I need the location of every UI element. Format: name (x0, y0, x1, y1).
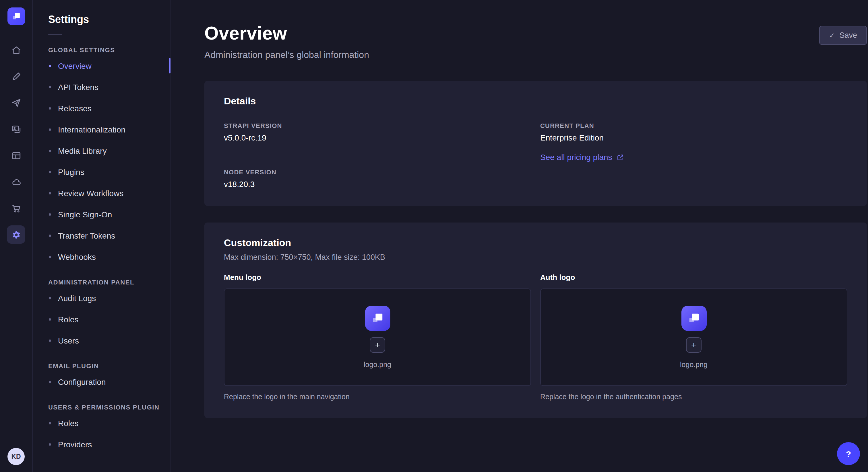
subnav-item-label: Webhooks (58, 252, 96, 261)
subnav-item-media-library[interactable]: Media Library (33, 140, 170, 161)
customization-card: Customization Max dimension: 750×750, Ma… (205, 223, 867, 418)
subnav-item-up-providers[interactable]: Providers (33, 434, 170, 455)
page-subtitle: Administration panel’s global informatio… (205, 50, 369, 60)
subnav-section-heading: ADMINISTRATION PANEL (33, 279, 170, 285)
subnav-item-releases[interactable]: Releases (33, 98, 170, 119)
pricing-plans-link[interactable]: See all pricing plans (540, 153, 624, 162)
bullet-icon (49, 65, 51, 67)
cart-icon (11, 203, 21, 213)
field-node-version: NODE VERSION v18.20.3 (224, 169, 531, 189)
bullet-icon (49, 128, 51, 131)
bullet-icon (49, 318, 51, 320)
subnav-item-webhooks[interactable]: Webhooks (33, 246, 170, 267)
section-global-settings: GLOBAL SETTINGS Overview API Tokens Rele… (33, 46, 170, 267)
upload-label: Menu logo (224, 273, 531, 281)
nav-content-manager-button[interactable] (7, 146, 25, 165)
subnav-item-label: Transfer Tokens (58, 231, 115, 240)
settings-gear-icon (11, 230, 21, 239)
field-label: NODE VERSION (224, 169, 531, 175)
subnav-item-audit-logs[interactable]: Audit Logs (33, 287, 170, 308)
logo-uploads: Menu logo + logo.png Replace the logo in… (224, 273, 847, 401)
save-button-label: Save (839, 31, 857, 40)
subnav-item-label: Media Library (58, 146, 107, 155)
save-button[interactable]: ✓ Save (819, 26, 867, 45)
subnav-item-transfer-tokens[interactable]: Transfer Tokens (33, 225, 170, 246)
bullet-icon (49, 256, 51, 258)
auth-logo-filename: logo.png (680, 361, 708, 369)
section-users-permissions-plugin: USERS & PERMISSIONS PLUGIN Roles Provide… (33, 404, 170, 455)
field-label: STRAPI VERSION (224, 122, 531, 129)
bullet-icon (49, 443, 51, 445)
subnav-title-divider (48, 34, 62, 35)
subnav-item-label: Roles (58, 314, 79, 324)
subnav-item-admin-users[interactable]: Users (33, 330, 170, 351)
subnav-item-internationalization[interactable]: Internationalization (33, 119, 170, 140)
plus-icon: + (375, 340, 380, 349)
field-current-plan: CURRENT PLAN Enterprise Edition (540, 122, 847, 142)
add-auth-logo-button[interactable]: + (686, 337, 702, 353)
question-mark-icon: ? (846, 449, 851, 459)
strapi-home-button[interactable] (7, 7, 25, 25)
nav-content-builder-button[interactable] (7, 67, 25, 86)
add-menu-logo-button[interactable]: + (370, 337, 385, 353)
bullet-icon (49, 297, 51, 299)
paper-plane-icon (11, 98, 21, 107)
subnav-item-label: API Tokens (58, 82, 98, 92)
bullet-icon (49, 339, 51, 341)
plus-icon: + (691, 340, 696, 349)
auth-logo-dropzone[interactable]: + logo.png (540, 289, 847, 386)
subnav-section-heading: USERS & PERMISSIONS PLUGIN (33, 404, 170, 411)
strapi-logo-icon (686, 311, 701, 326)
subnav-item-email-configuration[interactable]: Configuration (33, 371, 170, 392)
strapi-logo-icon (370, 311, 385, 326)
user-avatar[interactable]: KD (7, 448, 25, 465)
main-nav-rail: KD (0, 0, 33, 472)
bullet-icon (49, 86, 51, 88)
details-column-left: STRAPI VERSION v5.0.0-rc.19 NODE VERSION… (224, 122, 531, 189)
auth-logo-hint: Replace the logo in the authentication p… (540, 393, 847, 401)
subnav-item-label: Overview (58, 61, 92, 70)
subnav-item-label: Single Sign-On (58, 210, 112, 219)
layout-icon (11, 150, 21, 160)
subnav-item-admin-roles[interactable]: Roles (33, 308, 170, 330)
nav-cloud-button[interactable] (7, 173, 25, 191)
cloud-icon (11, 177, 21, 187)
menu-logo-hint: Replace the logo in the main navigation (224, 393, 531, 401)
help-button[interactable]: ? (837, 442, 860, 465)
page-header-text: Overview Administration panel’s global i… (205, 23, 369, 60)
subnav-title: Settings (33, 14, 170, 26)
nav-marketplace-button[interactable] (7, 199, 25, 217)
bullet-icon (49, 380, 51, 383)
customization-card-subtitle: Max dimension: 750×750, Max file size: 1… (224, 253, 847, 262)
page-header: Overview Administration panel’s global i… (205, 23, 867, 60)
subnav-item-review-workflows[interactable]: Review Workflows (33, 182, 170, 204)
field-strapi-version: STRAPI VERSION v5.0.0-rc.19 (224, 122, 531, 142)
subnav-item-plugins[interactable]: Plugins (33, 161, 170, 182)
subnav-item-api-tokens[interactable]: API Tokens (33, 76, 170, 98)
subnav-item-single-sign-on[interactable]: Single Sign-On (33, 204, 170, 225)
field-label: CURRENT PLAN (540, 122, 847, 129)
nav-deploy-button[interactable] (7, 94, 25, 112)
nav-settings-button[interactable] (7, 225, 25, 244)
main-content: Overview Administration panel’s global i… (171, 0, 868, 472)
details-card: Details STRAPI VERSION v5.0.0-rc.19 NODE… (205, 81, 867, 206)
nav-home-button[interactable] (7, 41, 25, 59)
menu-logo-dropzone[interactable]: + logo.png (224, 289, 531, 386)
subnav-item-up-roles[interactable]: Roles (33, 412, 170, 434)
upload-menu-logo: Menu logo + logo.png Replace the logo in… (224, 273, 531, 401)
details-card-title: Details (224, 96, 847, 107)
customization-card-title: Customization (224, 237, 847, 249)
bullet-icon (49, 234, 51, 237)
subnav-item-label: Review Workflows (58, 189, 123, 198)
app-window: KD Settings GLOBAL SETTINGS Overview API… (0, 0, 868, 472)
home-icon (11, 45, 21, 55)
page-title: Overview (205, 23, 369, 44)
pricing-plans-link-label: See all pricing plans (540, 153, 612, 162)
bullet-icon (49, 107, 51, 109)
subnav-item-label: Plugins (58, 167, 84, 176)
field-value: v5.0.0-rc.19 (224, 133, 531, 142)
bullet-icon (49, 213, 51, 215)
nav-media-library-button[interactable] (7, 120, 25, 138)
subnav-item-label: Roles (58, 418, 79, 428)
subnav-item-overview[interactable]: Overview (33, 55, 170, 76)
